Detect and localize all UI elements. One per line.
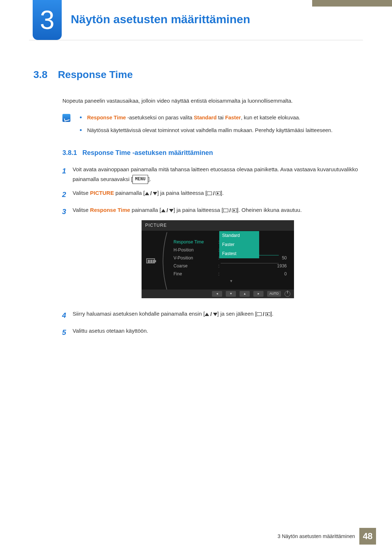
osd-title: PICTURE bbox=[142, 220, 294, 231]
step: 3 Valitse Response Time painamalla [/] j… bbox=[59, 205, 363, 305]
step-number: 4 bbox=[59, 309, 66, 322]
osd-nav-up-icon: ▴ bbox=[240, 291, 250, 297]
step-text: ] ja sen jälkeen [ bbox=[217, 311, 257, 317]
rect-icon bbox=[207, 192, 212, 195]
picture-keyword: PICTURE bbox=[90, 190, 114, 196]
osd-row-label: Fine bbox=[173, 270, 217, 278]
note-block: Response Time -asetukseksi on paras vali… bbox=[62, 113, 363, 138]
osd-footer: ◂ ▾ ▴ ▸ AUTO bbox=[142, 290, 294, 298]
subsection-heading: 3.8.1 Response Time -asetuksen määrittäm… bbox=[62, 149, 363, 157]
triangle-down-icon bbox=[153, 192, 157, 195]
osd-nav-left-icon: ◂ bbox=[212, 291, 222, 297]
osd-sidebar bbox=[142, 231, 160, 291]
rect-play-icon bbox=[265, 312, 270, 316]
osd-scroll-down-icon: ▼ bbox=[171, 278, 292, 283]
rect-play-icon bbox=[216, 192, 221, 195]
page-number: 48 bbox=[359, 528, 376, 545]
section-title: Response Time bbox=[58, 69, 132, 80]
note-list: Response Time -asetukseksi on paras vali… bbox=[78, 113, 332, 138]
osd-auto-button: AUTO bbox=[267, 291, 281, 297]
osd-row-label: H-Position bbox=[173, 246, 217, 254]
section-number: 3.8 bbox=[33, 69, 48, 80]
step-number: 1 bbox=[59, 165, 66, 184]
osd-row-label: Coarse bbox=[173, 262, 217, 270]
subsection-title: Response Time -asetuksen määrittäminen bbox=[82, 149, 213, 156]
rect-icon bbox=[223, 209, 228, 212]
menu-button-label: MENU bbox=[132, 175, 148, 184]
chapter-title: Näytön asetusten määrittäminen bbox=[71, 13, 250, 26]
chapter-badge: 3 bbox=[33, 0, 62, 40]
triangle-up-icon bbox=[145, 192, 149, 195]
footer-chapter-label: 3 Näytön asetusten määrittäminen bbox=[278, 533, 359, 539]
response-time-keyword: Response Time bbox=[90, 207, 130, 213]
osd-nav-right-icon: ▸ bbox=[253, 291, 264, 297]
rect-icon bbox=[257, 312, 262, 316]
rect-play-icon bbox=[232, 209, 237, 212]
step-text: Valitse bbox=[73, 207, 90, 213]
page-footer: 3 Näytön asetusten määrittäminen 48 bbox=[278, 528, 376, 545]
enter-source-icons: / bbox=[257, 309, 270, 319]
step: 2 Valitse PICTURE painamalla [/] ja pain… bbox=[59, 188, 363, 201]
osd-power-icon bbox=[285, 291, 290, 297]
osd-slider-line bbox=[221, 255, 279, 255]
chapter-number: 3 bbox=[40, 5, 54, 35]
osd-option: Standard bbox=[219, 231, 259, 240]
page-content: 3.8 Response Time Nopeuta paneelin vasta… bbox=[33, 69, 363, 343]
step-body: Valitse PICTURE painamalla [/] ja paina … bbox=[73, 188, 363, 201]
top-accent-bar bbox=[312, 0, 392, 7]
step-text: Siirry haluamasi asetuksen kohdalle pain… bbox=[73, 311, 205, 317]
osd-row: Fine:0 bbox=[171, 270, 292, 278]
triangle-down-icon bbox=[169, 209, 173, 212]
step-text: ]. Oheinen ikkuna avautuu. bbox=[237, 207, 302, 213]
step-text: Valitse bbox=[73, 190, 90, 196]
note-text: -asetukseksi on paras valita bbox=[126, 115, 194, 120]
note-text: , kun et katsele elokuvaa. bbox=[241, 115, 301, 120]
enter-source-icons: / bbox=[223, 206, 237, 215]
triangle-down-icon bbox=[213, 313, 217, 316]
step-number: 3 bbox=[59, 205, 66, 305]
note-icon bbox=[62, 114, 70, 122]
osd-row-label: Response Time bbox=[173, 238, 217, 246]
step-text: painamalla [ bbox=[130, 207, 161, 213]
up-down-icons: / bbox=[161, 206, 173, 215]
step: 5 Valittu asetus otetaan käyttöön. bbox=[59, 326, 363, 339]
note-keyword: Faster bbox=[225, 115, 241, 120]
osd-option: Faster bbox=[219, 240, 259, 249]
step-body: Valittu asetus otetaan käyttöön. bbox=[73, 326, 363, 339]
note-item: Response Time -asetukseksi on paras vali… bbox=[78, 113, 332, 122]
osd-screenshot: PICTURE ▲ Response Time: bbox=[142, 220, 294, 298]
note-keyword: Standard bbox=[194, 115, 217, 120]
osd-nav-down-icon: ▾ bbox=[226, 291, 236, 297]
osd-curve-decoration bbox=[160, 231, 171, 291]
step-number: 2 bbox=[59, 188, 66, 201]
enter-source-icons: / bbox=[207, 189, 221, 198]
header-divider bbox=[29, 40, 363, 40]
steps-list: 1 Voit avata avainoppaan painamalla mitä… bbox=[59, 165, 363, 339]
step-text: ]. bbox=[148, 176, 151, 182]
osd-row-value: 0 bbox=[221, 270, 289, 278]
step-body: Valitse Response Time painamalla [/] ja … bbox=[73, 205, 363, 305]
osd-row-label: V-Position bbox=[173, 254, 217, 262]
triangle-up-icon bbox=[161, 209, 166, 212]
up-down-icons: / bbox=[205, 309, 217, 319]
note-item: Näytössä käytettävissä olevat toiminnot … bbox=[78, 126, 332, 135]
step-body: Voit avata avainoppaan painamalla mitä t… bbox=[73, 165, 363, 184]
step-text: ]. bbox=[221, 190, 224, 196]
step-text: ] ja paina laitteessa [ bbox=[157, 190, 207, 196]
step-text: ]. bbox=[270, 311, 273, 317]
section-heading: 3.8 Response Time bbox=[33, 69, 363, 81]
osd-slider-line bbox=[221, 263, 279, 263]
step-text: Voit avata avainoppaan painamalla mitä t… bbox=[73, 166, 358, 182]
note-text: tai bbox=[217, 115, 225, 120]
step-text: painamalla [ bbox=[114, 190, 145, 196]
note-keyword: Response Time bbox=[87, 115, 126, 120]
battery-icon bbox=[146, 258, 155, 263]
step: 4 Siirry haluamasi asetuksen kohdalle pa… bbox=[59, 309, 363, 322]
up-down-icons: / bbox=[145, 189, 157, 198]
section-lead: Nopeuta paneelin vastausaikaa, jolloin v… bbox=[62, 97, 363, 105]
step-number: 5 bbox=[59, 326, 66, 339]
step-body: Siirry haluamasi asetuksen kohdalle pain… bbox=[73, 309, 363, 322]
step: 1 Voit avata avainoppaan painamalla mitä… bbox=[59, 165, 363, 184]
step-text: ] ja paina laitteessa [ bbox=[173, 207, 223, 213]
subsection-number: 3.8.1 bbox=[62, 149, 77, 156]
